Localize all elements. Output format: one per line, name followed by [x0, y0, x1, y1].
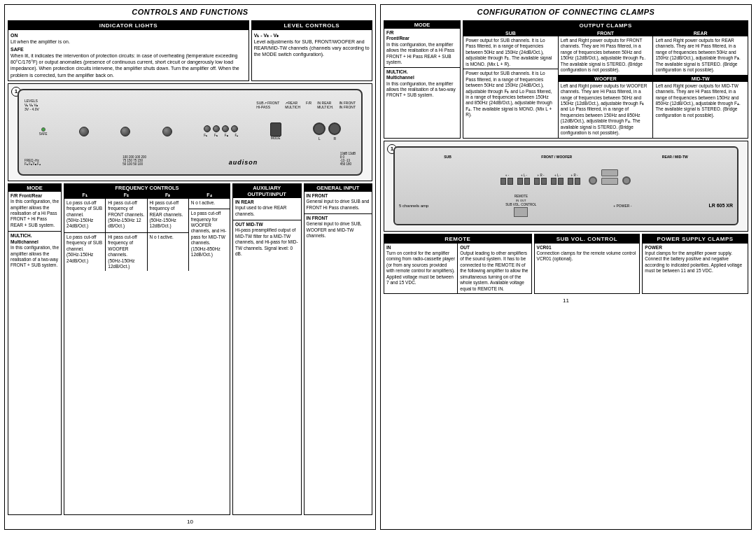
front-r-label: + R - [538, 174, 545, 177]
front-col-header: FRONT [559, 30, 653, 36]
mode-switch-label: MODE [271, 136, 281, 140]
indicator-lights-content: ON Lit when the amplifier is on. SAFE Wh… [8, 30, 248, 80]
aux-in-rear: IN REAR Input used to drive REAR channel… [233, 198, 301, 218]
rear-l-neg [558, 178, 564, 185]
left-page-number: 10 [8, 517, 372, 526]
remote-label: REMOTE [514, 195, 528, 198]
sub-pos-terminal [500, 178, 506, 185]
freq-controls: F₁F₂F₃F₄ [204, 125, 238, 137]
mode-fr-sub-right: Front/Rear [386, 36, 410, 41]
rear-l-label: + L - [554, 174, 561, 177]
f1-knob[interactable] [204, 125, 211, 132]
safe-led-group: SAFE [39, 127, 48, 136]
v1-knob[interactable] [79, 127, 89, 136]
power-screw-right [622, 176, 631, 185]
front-l-neg [524, 178, 530, 185]
freq-col-f4: F₄ N o t active. Lo pass cut-off frequen… [189, 192, 230, 272]
rear-r-pos [568, 178, 573, 185]
output-clamps-inner: SUB Power output for SUB channels. It is… [463, 30, 748, 138]
level-formula: V₁ - V₂ - V₃ [254, 32, 370, 38]
sub-terminal-group: + - [500, 174, 513, 185]
amp-inner-right: SUB FRONT / WOOFER REAR / MID-TW + - [393, 146, 738, 225]
rear-l-pos [551, 178, 556, 185]
power-label: POWER [645, 245, 662, 250]
freq-inner-left: F₁ Lo pass cut-off frequency of SUB chan… [64, 192, 230, 272]
power-label-area: + POWER - [613, 204, 631, 208]
left-title: CONTROLS AND FUNCTIONS [8, 8, 372, 16]
in-front-text-1: General input to drive SUB and FRONT Hi … [307, 199, 370, 209]
mode-fr-right: F/R Front/Rear In this configuration, th… [384, 29, 460, 67]
freq-f4-fr: N o t active. [189, 199, 230, 207]
freq-numbers: 100 200 100 20075 150 75 15050 100 50 10… [122, 155, 146, 166]
safe-led-label: SAFE [39, 132, 48, 136]
amp-diagram-right: 1 SUB FRONT / WOOFER REAR / MID-TW + - [384, 141, 748, 232]
general-in-front-1: IN FRONT General input to drive SUB and … [304, 192, 372, 212]
left-page: CONTROLS AND FUNCTIONS INDICATOR LIGHTS … [4, 4, 376, 530]
power-fuse-2 [601, 178, 618, 185]
freq-f1-fr: Lo pass cut-off frequency of SUB channel… [64, 199, 105, 231]
mode-multich-label: MULTICH. [10, 233, 32, 238]
left-label: L [318, 136, 321, 141]
left-connector-group: L [313, 122, 326, 141]
bottom-grid-left: MODE F/R Front/Rear In this configuratio… [8, 183, 372, 515]
freq-col-f2-header: F₂ [106, 192, 146, 199]
freq-col-f2: F₂ Hi pass cut-off frequency of FRONT ch… [106, 192, 147, 272]
mode-multich-text: In this configuration, the amplifier all… [10, 245, 59, 267]
sub-clamp-label: SUB [444, 155, 451, 159]
level-controls-header: LEVEL CONTROLS [252, 21, 372, 30]
freq-scale: FREQ.-HzF₁ F₂ F₃ F₄ [24, 159, 41, 166]
freq-col-f1: F₁ Lo pass cut-off frequency of SUB chan… [64, 192, 106, 272]
front-r-pos [534, 178, 540, 185]
mode-header-right: MODE [384, 21, 460, 29]
amp-controls-row: SAFE F₁F₂F₃F₄ [24, 122, 356, 141]
mode-switch[interactable] [270, 122, 281, 136]
sub-polarity: + - [505, 174, 509, 177]
freq-f1-multich: Lo pass cut-off frequency of SUB channel… [64, 232, 105, 265]
in-connector: IN [516, 199, 519, 202]
clamps-row: + - + L - [399, 169, 733, 185]
remote-connectors: IN OUT [516, 199, 526, 202]
remote-header: REMOTE [384, 234, 531, 244]
v2-knob[interactable] [120, 127, 130, 136]
f3-knob[interactable] [222, 125, 229, 132]
mode-header-left: MODE [8, 184, 61, 192]
power-text: Input clamps for the amplifier power sup… [645, 251, 742, 273]
f4-knob[interactable] [231, 125, 238, 132]
v3-knob[interactable] [162, 127, 172, 136]
power-fuse-group [601, 169, 618, 185]
bottom-right-grid: REMOTE IN Turn on control for the amplif… [384, 234, 748, 295]
output-col-front: FRONT Left and Right power outputs for F… [559, 30, 654, 138]
woofer-col-header: WOOFER [559, 76, 653, 82]
remote-in-cell: IN Turn on control for the amplifier com… [384, 244, 458, 294]
freq-col-f4-header: F₄ [189, 192, 230, 199]
model-label: LR 605 XR [708, 203, 733, 208]
mode-box-left: MODE F/R Front/Rear In this configuratio… [8, 183, 62, 515]
remote-box: REMOTE IN Turn on control for the amplif… [384, 234, 532, 295]
output-clamps-box: OUTPUT CLAMPS SUB Power output for SUB c… [463, 20, 748, 139]
amp-top-row: LEVELSV₁ V₂ V₃3V - 4.0V SUB↗ FRONTHI-PAS… [24, 99, 356, 111]
general-box-left: GENERAL INPUT IN FRONT General input to … [304, 183, 373, 515]
front-l-pos [517, 178, 523, 185]
front-l-terminals [517, 178, 530, 185]
mode-switch-group: MODE [270, 122, 281, 140]
channels-label: 5 channels amp [399, 204, 428, 208]
woofer-text: Left and Right power outputs for WOOFER … [559, 82, 653, 138]
sub-vol-content: VCR01 Connection clamps for the remote v… [535, 244, 640, 264]
rear-r-label: + R - [571, 174, 578, 177]
remote-cells: IN Turn on control for the amplifier com… [384, 244, 531, 294]
mode-fr-cell: F/R Front/Rear In this configuration, th… [8, 192, 61, 230]
f2-knob[interactable] [213, 125, 220, 132]
sub-neg-terminal [507, 178, 513, 185]
freq-col-f1-header: F₁ [64, 192, 105, 199]
sub-vol-box: SUB VOL. CONTROL VCR01 Connection clamps… [534, 234, 640, 295]
out-midtw-label: OUT MID-TW [235, 222, 263, 227]
remote-out-text: Output leading to other amplifiers of th… [460, 251, 528, 291]
rear-midtw-clamp-label: REAR / MID-TW [662, 155, 688, 159]
output-col-sub: SUB Power output for SUB channels. It is… [463, 30, 559, 138]
safe-text: When lit, it indicates the intervention … [10, 53, 239, 77]
mode-multich-cell: MULTICH. Multichannel In this configurat… [8, 231, 61, 270]
clamp-section-labels: SUB FRONT / WOOFER REAR / MID-TW [399, 155, 733, 159]
power-supply-box: POWER SUPPLY CLAMPS POWER Input clamps f… [642, 234, 748, 295]
power-fuse-1 [601, 169, 618, 176]
power-plus: + POWER - [613, 204, 631, 208]
